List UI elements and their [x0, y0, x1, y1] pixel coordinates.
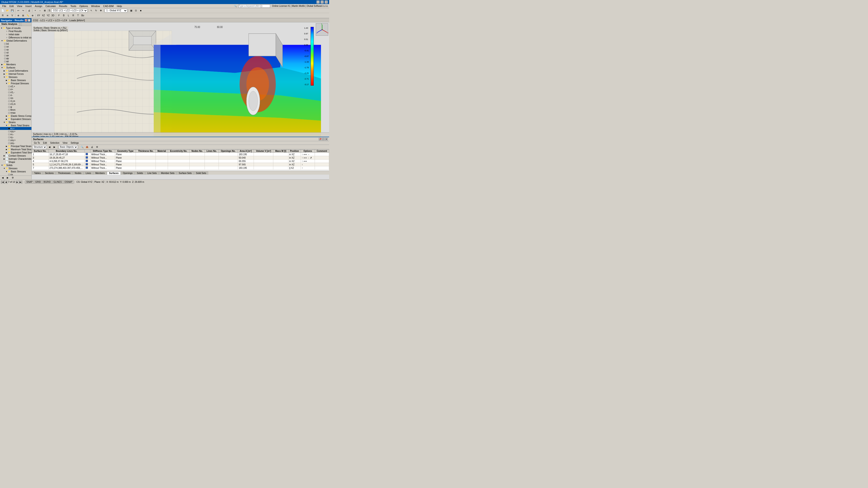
table-row[interactable]: 1 16,17,28,65-47,18 Without Thick... Pla… — [32, 153, 329, 156]
tab-solid-sets[interactable]: Solid Sets — [194, 171, 208, 175]
menu-tools[interactable]: Tools — [69, 4, 78, 8]
col-settings-btn[interactable]: ⚙ — [95, 145, 99, 149]
xz-btn[interactable]: XZ — [41, 13, 46, 18]
tree-thetamm[interactable]: θmm — [0, 108, 31, 111]
osnap-mode-btn[interactable]: OSNAP — [63, 180, 73, 184]
tree-global-deformations[interactable]: ▼ 📁 Global Deformations — [0, 39, 31, 42]
menu-insert[interactable]: Insert — [24, 4, 33, 8]
tree-elastic-stress[interactable]: ▶ 📁 Elastic Stress Components — [0, 114, 31, 118]
tree-equiv-stresses[interactable]: ▶ 📁 Equivalent Stresses — [0, 118, 31, 121]
tree-principal-stresses[interactable]: ▼ 📁 Principal Stresses — [0, 82, 31, 85]
results-menu-view[interactable]: View — [61, 141, 69, 144]
last-page-btn[interactable]: ▶| — [19, 181, 22, 184]
minimize-button[interactable]: – — [316, 0, 320, 4]
results-pin-btn[interactable]: 📌 — [319, 138, 321, 140]
open-btn[interactable]: 📂 — [5, 8, 10, 13]
results-menu-edit[interactable]: Edit — [42, 141, 49, 144]
menu-cad-bim[interactable]: CAD-BIM — [102, 4, 115, 8]
tree-differences[interactable]: ○ Differences to initial state — [0, 36, 31, 39]
tree-phix[interactable]: φx — [0, 54, 31, 57]
table-row[interactable]: 4 4-9,268,37-58,270 Without Thick... Pla… — [32, 160, 329, 163]
tree-u[interactable]: |u| — [0, 42, 31, 45]
results-table[interactable]: Surface No. Boundary Lines No. Stiffness… — [32, 149, 329, 171]
tab-lines[interactable]: Lines — [84, 171, 93, 175]
tab-solids[interactable]: Solids — [135, 171, 145, 175]
tree-final-results[interactable]: ○ Final Results — [0, 30, 31, 33]
tree-initial-state[interactable]: ○ Initial state — [0, 33, 31, 36]
3d-btn[interactable]: 3D — [51, 13, 55, 18]
export-btn[interactable]: 📤 — [85, 145, 89, 149]
tab-members[interactable]: Members — [93, 171, 107, 175]
grid-mode-btn[interactable]: GRID — [34, 180, 42, 184]
xy-btn[interactable]: XY — [36, 13, 41, 18]
new-btn[interactable]: 📄 — [0, 8, 5, 13]
tree-psi[interactable]: ψ — [0, 105, 31, 108]
zoom-out-btn[interactable]: – — [38, 8, 42, 13]
tree-local-deformations[interactable]: ▶ 📁 Local Deformations — [0, 69, 31, 72]
tab-tables[interactable]: Tables — [32, 171, 43, 175]
load-combo-select[interactable]: CO2: LC1 + LC2 + LC3 + LC4 — [51, 9, 88, 12]
tree-gammaxy-p[interactable]: γxy,+ — [0, 139, 31, 142]
tree-sigma1m-2[interactable]: σ1,m — [0, 103, 31, 105]
table-row[interactable]: 7 273,274,388,403-397,470-459,275 Withou… — [32, 166, 329, 170]
tree-surfaces[interactable]: ▼ 📁 Surfaces — [0, 66, 31, 69]
tree-tau-m[interactable]: τm — [0, 97, 31, 100]
next-page-btn[interactable]: ▶ — [16, 181, 19, 184]
results-menu-settings[interactable]: Settings — [69, 141, 80, 144]
tree-principal-total[interactable]: ▶ 📁 Principal Total Strains — [0, 144, 31, 148]
grid-btn[interactable]: ⊞ — [21, 13, 25, 18]
menu-help[interactable]: Help — [116, 4, 123, 8]
menu-results[interactable]: Results — [58, 4, 69, 8]
front-btn[interactable]: F — [57, 13, 61, 18]
menu-window[interactable]: Window — [90, 4, 101, 8]
yz-btn[interactable]: YZ — [46, 13, 51, 18]
tree-epsx-m[interactable]: εx,- — [0, 133, 31, 136]
tree-solids-basic-stresses[interactable]: ▼ 📁 Basic Stresses — [0, 170, 31, 173]
zoom-all-btn[interactable]: ⊠ — [42, 8, 47, 13]
tree-sigma2p[interactable]: σ2,+ — [0, 85, 31, 88]
expander-type-of-results[interactable]: ▼ — [0, 27, 3, 29]
tree-internal-forces[interactable]: ▶ 📁 Internal Forces — [0, 72, 31, 75]
nav-forward-btn[interactable]: ▶ — [5, 176, 10, 180]
menu-options[interactable]: Options — [78, 4, 89, 8]
print-btn[interactable]: 🖨 — [27, 8, 31, 13]
tab-surface-sets[interactable]: Surface Sets — [177, 171, 194, 175]
filter-btn[interactable]: 🔍 — [80, 145, 84, 149]
tab-surfaces[interactable]: Surfaces — [107, 171, 121, 175]
nav-pin-btn[interactable]: 📌 — [25, 19, 27, 22]
left-btn[interactable]: L — [66, 13, 71, 18]
nav-back-btn[interactable]: ◀ — [0, 176, 5, 180]
results-menu-goto[interactable]: Go To — [33, 141, 41, 144]
table-prev-btn[interactable]: ◀ — [47, 145, 52, 149]
tab-nodes[interactable]: Nodes — [73, 171, 84, 175]
tree-isotropic[interactable]: ▶ 📄 Isotropic Characteristics — [0, 157, 31, 160]
print-table-btn[interactable]: 🖨 — [90, 145, 94, 149]
tree-gammaxy-m[interactable]: γxy,- — [0, 142, 31, 144]
tree-type-of-results[interactable]: ▼ 📁 Type of results — [0, 26, 31, 30]
tree-contact-stresses[interactable]: ▶ 📄 Contact Stresses — [0, 154, 31, 157]
bgrid-mode-btn[interactable]: BGRID — [42, 180, 52, 184]
zoom-in-btn[interactable]: + — [33, 8, 37, 13]
tree-epsx-p[interactable]: εx,+ — [0, 127, 31, 130]
table-row[interactable]: 3 19-26,36-45,27 Without Thick... Plane … — [32, 156, 329, 160]
snap-mode-btn[interactable]: SNAP — [25, 180, 34, 184]
results-close-btn[interactable]: × — [325, 138, 328, 140]
nav-tab-scroll[interactable]: › — [19, 23, 22, 26]
table-row[interactable]: 5 1,2,14,271,270-65,28-3,169,69-262,265,… — [32, 163, 329, 166]
tree-epsyy-p[interactable]: εyy,+ — [0, 130, 31, 133]
menu-edit[interactable]: Edit — [8, 4, 15, 8]
undo-btn[interactable]: ↩ — [16, 8, 21, 13]
tree-solids-stresses[interactable]: ▼ 📁 Stresses — [0, 167, 31, 170]
tree-basic-stresses[interactable]: ▶ 📁 Basic Stresses — [0, 78, 31, 82]
render-btn[interactable]: ▦ — [129, 8, 133, 13]
rotate-btn[interactable]: ↻ — [94, 8, 98, 13]
tree-sigmam[interactable]: σ- — [0, 94, 31, 97]
keyword-search-input[interactable] — [239, 4, 270, 8]
wireframe-btn[interactable]: ⊡ — [133, 8, 138, 13]
basic-objects-select[interactable]: Basic Objects — [59, 145, 78, 149]
nav-close-btn[interactable]: × — [28, 19, 31, 22]
snap-btn[interactable]: ⊕ — [16, 13, 21, 18]
maximize-button[interactable]: □ — [320, 0, 324, 4]
close-button[interactable]: × — [324, 0, 328, 4]
tree-basic-total-strains[interactable]: ▼ 📁 Basic Total Strains — [0, 124, 31, 127]
